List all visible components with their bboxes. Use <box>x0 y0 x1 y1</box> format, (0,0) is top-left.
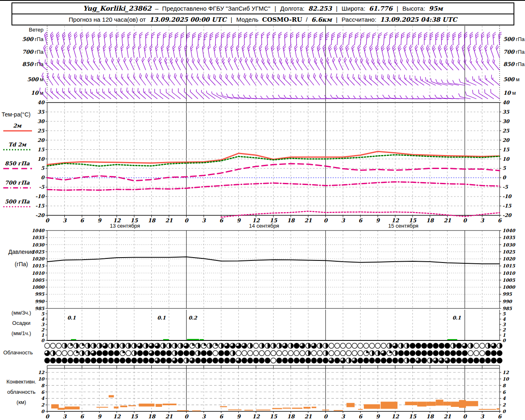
svg-text:30: 30 <box>37 119 45 124</box>
svg-text:0.1: 0.1 <box>452 315 461 321</box>
svg-text:-20: -20 <box>35 212 45 218</box>
convective-cloud-bars <box>51 395 500 411</box>
svg-text:21: 21 <box>304 413 312 420</box>
svg-text:0: 0 <box>502 409 506 414</box>
svg-text:4: 4 <box>41 317 44 322</box>
svg-text:4: 4 <box>502 396 506 401</box>
svg-text:9: 9 <box>237 413 241 420</box>
svg-text:1010: 1010 <box>502 271 516 276</box>
svg-text:0: 0 <box>324 413 328 420</box>
svg-text:1015: 1015 <box>32 263 45 269</box>
svg-text:1030: 1030 <box>502 242 516 248</box>
svg-text:18: 18 <box>148 217 156 224</box>
svg-text:21: 21 <box>165 217 173 224</box>
svg-text:15: 15 <box>502 147 509 153</box>
svg-text:15: 15 <box>37 147 44 153</box>
svg-text:5: 5 <box>41 311 45 317</box>
svg-text:18: 18 <box>426 413 434 420</box>
svg-text:5: 5 <box>41 165 45 171</box>
svg-text:-15: -15 <box>502 203 511 209</box>
svg-text:1: 1 <box>41 333 44 338</box>
svg-text:0: 0 <box>185 413 189 420</box>
svg-text:985: 985 <box>502 306 512 311</box>
svg-text:12: 12 <box>252 413 260 420</box>
date-labels: 13 сентября14 сентября15 сентября <box>110 223 418 229</box>
svg-text:40: 40 <box>37 100 45 105</box>
svg-text:1040: 1040 <box>502 228 516 233</box>
svg-text:3: 3 <box>63 217 67 224</box>
wind-barbs-row-3 <box>39 57 500 70</box>
svg-text:4: 4 <box>41 396 44 401</box>
svg-text:20: 20 <box>502 137 510 143</box>
meteogram-page: Yug_Korliki_23862–Предоставлено ФГБУ "За… <box>0 0 525 420</box>
svg-text:1000: 1000 <box>502 285 516 290</box>
svg-text:2: 2 <box>41 402 45 408</box>
svg-text:12: 12 <box>391 413 399 420</box>
svg-text:1015: 1015 <box>502 263 516 269</box>
svg-text:6: 6 <box>358 217 363 224</box>
svg-text:35: 35 <box>502 109 509 115</box>
svg-text:12: 12 <box>38 370 45 375</box>
svg-text:10: 10 <box>38 377 45 382</box>
svg-text:1040: 1040 <box>32 228 45 233</box>
svg-text:3: 3 <box>63 413 67 420</box>
svg-text:-20: -20 <box>502 212 512 218</box>
svg-text:-10: -10 <box>35 194 45 199</box>
svg-text:8: 8 <box>502 383 506 388</box>
svg-text:18: 18 <box>287 413 295 420</box>
svg-text:1010: 1010 <box>32 271 45 276</box>
svg-text:1005: 1005 <box>32 278 45 283</box>
axis-value-labels: 40403535303025252020151510105500-5-5-10-… <box>32 100 516 414</box>
svg-text:6: 6 <box>80 413 84 420</box>
svg-text:0: 0 <box>41 409 45 414</box>
svg-text:985: 985 <box>35 306 45 311</box>
svg-text:1005: 1005 <box>502 278 516 283</box>
svg-text:21: 21 <box>304 217 312 224</box>
svg-text:10: 10 <box>37 156 45 162</box>
svg-text:990: 990 <box>502 299 512 304</box>
svg-text:3: 3 <box>502 322 506 327</box>
svg-text:35: 35 <box>37 109 44 115</box>
hour-labels: 0033669912121515181821210033669912121515… <box>45 217 502 420</box>
svg-text:3: 3 <box>202 217 206 224</box>
svg-text:0: 0 <box>45 413 50 420</box>
svg-text:5: 5 <box>502 165 506 171</box>
svg-text:0: 0 <box>41 175 45 180</box>
svg-text:6: 6 <box>80 217 84 224</box>
svg-text:1000: 1000 <box>32 285 45 290</box>
svg-text:9: 9 <box>237 217 241 224</box>
meteogram-chart: 40403535303025252020151510105500-5-5-10-… <box>0 0 525 420</box>
svg-text:-5: -5 <box>502 184 508 190</box>
svg-text:3: 3 <box>341 413 345 420</box>
wind-barbs-row-5 <box>40 88 500 99</box>
svg-text:3: 3 <box>480 413 484 420</box>
svg-text:18: 18 <box>287 217 295 224</box>
svg-text:21: 21 <box>444 413 451 420</box>
svg-text:0.1: 0.1 <box>67 315 76 321</box>
svg-text:6: 6 <box>358 413 363 420</box>
svg-text:2: 2 <box>41 327 45 333</box>
svg-text:1025: 1025 <box>32 249 45 255</box>
wind-barbs-row-4 <box>42 73 500 85</box>
svg-text:9: 9 <box>98 413 102 420</box>
svg-text:6: 6 <box>41 390 45 395</box>
svg-text:3: 3 <box>341 217 345 224</box>
svg-text:25: 25 <box>37 128 44 134</box>
svg-text:5: 5 <box>502 311 506 317</box>
svg-text:6: 6 <box>498 413 502 420</box>
svg-text:0.2: 0.2 <box>188 315 198 321</box>
svg-text:1020: 1020 <box>32 256 45 262</box>
svg-text:990: 990 <box>35 299 45 304</box>
svg-text:4: 4 <box>502 317 506 322</box>
svg-text:9: 9 <box>376 413 381 420</box>
svg-text:0: 0 <box>45 217 50 224</box>
svg-text:0.1: 0.1 <box>157 315 166 321</box>
svg-text:1: 1 <box>502 333 506 338</box>
svg-text:15 сентября: 15 сентября <box>388 223 418 229</box>
svg-text:20: 20 <box>37 137 45 143</box>
cloud-cover-row-1 <box>45 343 502 349</box>
svg-text:10: 10 <box>502 377 509 382</box>
svg-text:0: 0 <box>502 338 506 343</box>
svg-text:0: 0 <box>463 217 468 224</box>
svg-text:21: 21 <box>444 217 451 224</box>
